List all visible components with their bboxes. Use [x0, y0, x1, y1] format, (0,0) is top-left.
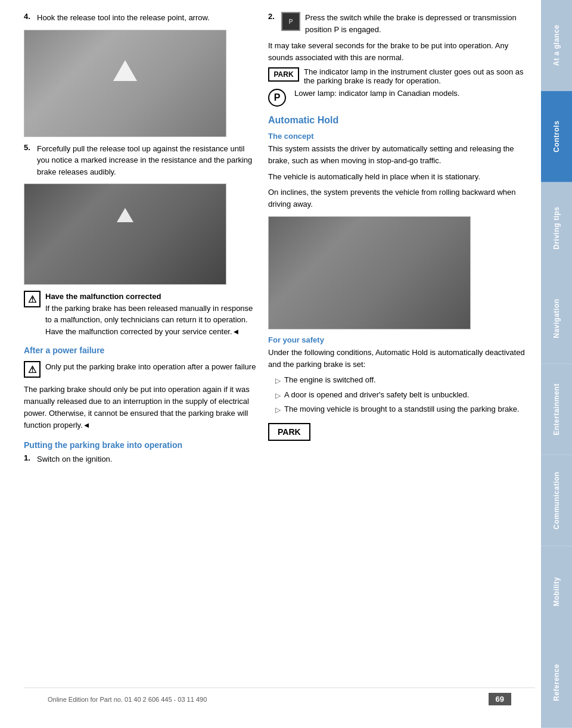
auto-hold-image: [268, 216, 471, 329]
warning-icon-2: ⚠: [24, 361, 41, 378]
section-auto-hold: Automatic Hold: [268, 115, 535, 126]
park-badge: PARK: [268, 67, 299, 82]
page-footer: Online Edition for Part no. 01 40 2 606 …: [24, 687, 535, 710]
bullet-item-1: ▷ The engine is switched off.: [275, 374, 535, 387]
sidebar-tab-communication-label: Communication: [552, 472, 561, 530]
park-badge-bottom: PARK: [268, 423, 310, 441]
sidebar-tab-mobility-label: Mobility: [552, 577, 561, 606]
step-4-text: Hook the release tool into the release p…: [37, 12, 256, 24]
concept-text1: This system assists the driver by automa…: [268, 143, 535, 167]
after-power-text: The parking brake should only be put int…: [24, 384, 256, 432]
bullet-arrow-2: ▷: [275, 390, 281, 402]
para1: It may take several seconds for the brak…: [268, 40, 535, 64]
sidebar-tab-reference-label: Reference: [552, 664, 561, 701]
step-4-image: [24, 30, 226, 137]
sidebar: At a glance Controls Driving tips Naviga…: [541, 0, 572, 728]
sidebar-tab-mobility[interactable]: Mobility: [541, 546, 572, 637]
sub-concept: The concept: [268, 132, 535, 141]
park-badge-bottom-container: PARK: [268, 423, 535, 441]
bullet-text-1: The engine is switched off.: [284, 374, 376, 387]
sidebar-tab-reference[interactable]: Reference: [541, 637, 572, 728]
warning-body-1: If the parking brake has been released m…: [45, 304, 253, 336]
arrow-icon: [113, 60, 137, 81]
sub-safety: For your safety: [268, 335, 535, 344]
sidebar-tab-entertainment-label: Entertainment: [552, 384, 561, 435]
indicator-circle-text: Lower lamp: indicator lamp in Canadian m…: [294, 89, 459, 98]
bullet-arrow-1: ▷: [275, 375, 281, 387]
warning-text-1: Have the malfunction corrected If the pa…: [45, 291, 256, 337]
sidebar-tab-communication[interactable]: Communication: [541, 455, 572, 546]
safety-bullet-list: ▷ The engine is switched off. ▷ A door i…: [275, 374, 535, 416]
step-2-text: Press the switch while the brake is depr…: [305, 12, 535, 35]
warning-title-1: Have the malfunction corrected: [45, 292, 161, 301]
warning-icon-1: ⚠: [24, 291, 41, 307]
indicator-circle: P Lower lamp: indicator lamp in Canadian…: [268, 89, 535, 107]
arrow-icon-2: [117, 208, 133, 222]
section-putting: Putting the parking brake into operation: [24, 440, 256, 450]
sidebar-tab-at-a-glance-label: At a glance: [552, 25, 561, 67]
bullet-text-3: The moving vehicle is brought to a stand…: [284, 403, 520, 416]
concept-text3: On inclines, the system prevents the veh…: [268, 186, 535, 210]
bullet-arrow-3: ▷: [275, 405, 281, 416]
safety-intro: Under the following conditions, Automati…: [268, 347, 535, 371]
warning-text-2: Only put the parking brake into operatio…: [45, 361, 256, 373]
indicator-park: PARK The indicator lamp in the instrumen…: [268, 67, 535, 85]
footer-doc-ref: Online Edition for Part no. 01 40 2 606 …: [48, 696, 207, 703]
switch-icon: P: [281, 12, 300, 31]
step-1: 1. Switch on the ignition.: [24, 453, 256, 465]
warning-box-2: ⚠ Only put the parking brake into operat…: [24, 361, 256, 378]
section-after-power: After a power failure: [24, 346, 256, 355]
step-5-number: 5.: [24, 143, 33, 178]
bullet-item-2: ▷ A door is opened and driver's safety b…: [275, 389, 535, 402]
page-number: 69: [489, 693, 511, 705]
concept-text2: The vehicle is automatically held in pla…: [268, 171, 535, 183]
bullet-text-2: A door is opened and driver's safety bel…: [284, 389, 469, 402]
bullet-item-3: ▷ The moving vehicle is brought to a sta…: [275, 403, 535, 416]
step-5: 5. Forcefully pull the release tool up a…: [24, 143, 256, 178]
step-5-text: Forcefully pull the release tool up agai…: [37, 143, 256, 178]
circle-p-icon: P: [268, 89, 286, 107]
step-4-number: 4.: [24, 12, 33, 24]
step-2-number: 2.: [268, 12, 278, 35]
sidebar-tab-controls-label: Controls: [552, 120, 561, 152]
step-5-image: [24, 183, 226, 285]
sidebar-tab-at-a-glance[interactable]: At a glance: [541, 0, 572, 91]
step-1-number: 1.: [24, 453, 33, 465]
left-column: 4. Hook the release tool into the releas…: [24, 12, 256, 687]
sidebar-tab-controls[interactable]: Controls: [541, 91, 572, 182]
warning-box-1: ⚠ Have the malfunction corrected If the …: [24, 291, 256, 337]
step-4: 4. Hook the release tool into the releas…: [24, 12, 256, 24]
step-2: 2. P Press the switch while the brake is…: [268, 12, 535, 35]
step-1-text: Switch on the ignition.: [37, 453, 256, 465]
sidebar-tab-navigation[interactable]: Navigation: [541, 273, 572, 364]
sidebar-tab-driving-tips-label: Driving tips: [552, 206, 561, 249]
right-column: 2. P Press the switch while the brake is…: [268, 12, 535, 687]
indicator-park-text: The indicator lamp in the instrument clu…: [304, 67, 535, 85]
sidebar-tab-navigation-label: Navigation: [552, 298, 561, 338]
sidebar-tab-driving-tips[interactable]: Driving tips: [541, 182, 572, 273]
sidebar-tab-entertainment[interactable]: Entertainment: [541, 364, 572, 455]
